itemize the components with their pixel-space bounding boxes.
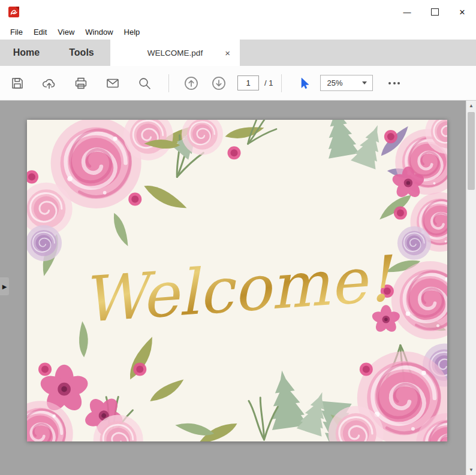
more-dots-icon	[388, 82, 391, 84]
pdf-app-icon	[8, 6, 20, 18]
tab-home[interactable]: Home	[0, 40, 53, 66]
more-tools-button[interactable]	[388, 82, 400, 84]
scroll-down-button[interactable]: ▼	[466, 465, 476, 475]
upload-cloud-icon	[41, 76, 57, 90]
panel-expand-button[interactable]: ▶	[0, 277, 9, 295]
window-controls: — ✕	[393, 0, 476, 24]
page-down-icon	[211, 75, 227, 91]
maximize-icon	[431, 8, 439, 16]
document-area: Welcome! ▶ ▲ ▼	[0, 101, 476, 475]
search-icon	[137, 76, 152, 90]
panel-expand-arrow-icon: ▶	[2, 283, 7, 290]
toolbar-divider	[281, 74, 282, 92]
tab-bar: Home Tools WELCOME.pdf ×	[0, 40, 476, 66]
page-up-icon	[183, 75, 199, 91]
close-button[interactable]: ✕	[448, 0, 476, 24]
menu-view[interactable]: View	[52, 28, 80, 37]
save-button[interactable]	[10, 75, 25, 91]
email-icon	[106, 76, 120, 90]
email-button[interactable]	[105, 75, 120, 91]
minimize-button[interactable]: —	[393, 0, 421, 24]
floral-artwork: Welcome!	[27, 120, 447, 441]
scroll-thumb[interactable]	[468, 112, 475, 190]
previous-page-button[interactable]	[183, 75, 199, 91]
tab-close-icon[interactable]: ×	[225, 49, 230, 58]
print-icon	[74, 76, 88, 90]
zoom-dropdown[interactable]: 25%	[320, 75, 373, 91]
tab-tools[interactable]: Tools	[53, 40, 110, 66]
print-button[interactable]	[73, 75, 89, 91]
more-dots-icon	[397, 82, 400, 84]
toolbar: / 1 25%	[0, 66, 476, 101]
search-button[interactable]	[137, 75, 152, 91]
scroll-up-button[interactable]: ▲	[466, 101, 476, 111]
tab-document[interactable]: WELCOME.pdf ×	[110, 40, 240, 66]
menu-window[interactable]: Window	[80, 28, 118, 37]
page-count-label: / 1	[264, 78, 273, 87]
menu-edit[interactable]: Edit	[28, 28, 52, 37]
menu-help[interactable]: Help	[119, 28, 146, 37]
next-page-button[interactable]	[211, 75, 227, 91]
menu-file[interactable]: File	[5, 28, 28, 37]
zoom-value: 25%	[321, 78, 362, 87]
menu-bar: File Edit View Window Help	[0, 24, 476, 40]
select-arrow-icon	[297, 76, 311, 90]
zoom-caret-icon	[362, 81, 367, 84]
more-dots-icon	[393, 82, 396, 84]
toolbar-divider	[168, 74, 169, 92]
select-tool-button[interactable]	[296, 75, 312, 91]
title-bar: — ✕	[0, 0, 476, 24]
tab-document-label: WELCOME.pdf	[147, 49, 203, 58]
save-icon	[10, 76, 25, 90]
maximize-button[interactable]	[421, 0, 448, 24]
vertical-scrollbar[interactable]: ▲ ▼	[466, 101, 476, 475]
page-number-input[interactable]	[237, 75, 259, 90]
share-upload-button[interactable]	[41, 75, 57, 91]
pdf-page: Welcome!	[27, 120, 447, 441]
